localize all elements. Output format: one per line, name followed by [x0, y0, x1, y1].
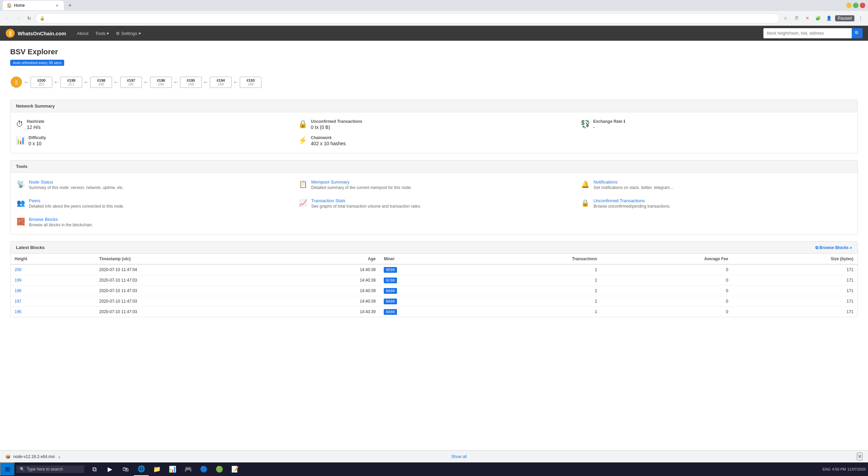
- row3-height-link[interactable]: 197: [15, 299, 21, 304]
- taskbar-task-view[interactable]: ⧉: [87, 462, 102, 476]
- taskbar-date: 11/07/2020: [847, 467, 866, 471]
- unconfirmed-content: Unconfirmed Transactions 0 tx (0 B): [311, 119, 362, 130]
- row3-height: 197: [11, 296, 95, 307]
- notifications-desc: Get notifications on slack, twitter, tel…: [594, 185, 673, 190]
- row0-height-link[interactable]: 200: [15, 267, 21, 272]
- browse-blocks-content: Browse Blocks Browse all blocks in the b…: [29, 217, 93, 227]
- forward-button[interactable]: →: [14, 14, 23, 23]
- address-bar[interactable]: 🔒 127.0.0.1:3002: [35, 13, 779, 23]
- mempool-icon: 📋: [298, 180, 308, 188]
- row3-size: 171: [732, 296, 857, 307]
- node-status-link[interactable]: Node Status: [29, 179, 53, 185]
- block-node-0: #200 2E5 ←: [31, 77, 60, 88]
- taskbar-terminal[interactable]: ▶: [103, 462, 117, 476]
- latest-blocks-header: Latest Blocks ⧉ Browse Blocks »: [11, 242, 857, 254]
- tools-panel: Tools 📡 Node Status Summary of this node…: [10, 160, 858, 234]
- browse-blocks-link[interactable]: Browse Blocks: [29, 217, 58, 222]
- block-box-1[interactable]: #199 2C2: [60, 77, 82, 88]
- unconfirmed-tx-icon: 🔒: [581, 199, 590, 207]
- row2-size: 171: [732, 286, 857, 296]
- row4-avg-fee: 0: [601, 307, 733, 317]
- history-button[interactable]: ⏱: [792, 14, 801, 23]
- col-height: Height: [11, 254, 95, 264]
- tab-close-button[interactable]: ✕: [54, 3, 60, 8]
- row4-timestamp: 2020-07-10 11:47:03: [95, 307, 282, 317]
- start-button[interactable]: ⊞: [0, 462, 15, 476]
- hashrate-content: Hashrate 12 H/s: [27, 119, 44, 130]
- new-tab-button[interactable]: +: [66, 1, 74, 9]
- row4-height-link[interactable]: 196: [15, 309, 21, 314]
- nav-settings[interactable]: ⚙ Settings ▾: [113, 30, 143, 37]
- download-chevron: ▲: [57, 455, 61, 459]
- browse-blocks-desc: Browse all blocks in the blockchain.: [29, 223, 93, 227]
- tx-stats-desc: See graphs of total transaction volume a…: [311, 204, 421, 209]
- extensions-button[interactable]: 🧩: [813, 14, 823, 23]
- chain-arrow-2: ←: [84, 79, 89, 85]
- peers-link[interactable]: Peers: [29, 198, 40, 203]
- tx-stats-link[interactable]: Transaction Stats: [311, 198, 345, 203]
- row2-transactions: 1: [466, 286, 601, 296]
- browse-blocks-header-link[interactable]: ⧉ Browse Blocks »: [815, 245, 852, 250]
- taskbar-chrome[interactable]: 🌐: [134, 462, 149, 476]
- row2-timestamp: 2020-07-10 11:47:03: [95, 286, 282, 296]
- paused-button[interactable]: Paused: [835, 15, 854, 21]
- nav-about[interactable]: About: [74, 30, 91, 37]
- row2-age: 14:40:39: [282, 286, 380, 296]
- nav-tools[interactable]: Tools ▾: [93, 30, 112, 37]
- block-box-7[interactable]: #193 1A0: [240, 77, 261, 88]
- unconfirmed-tx-desc: Browse unconfirmed/pending transactions.: [594, 204, 671, 209]
- row0-miner: 0E00: [380, 264, 466, 275]
- block-hash-0: 2E5: [34, 82, 49, 86]
- close-icon-btn[interactable]: ✕: [802, 14, 812, 23]
- menu-button[interactable]: ⋮: [856, 14, 865, 23]
- block-hash-4: 1A0: [153, 82, 169, 86]
- tool-browse-blocks: 🧱 Browse Blocks Browse all blocks in the…: [11, 213, 293, 231]
- network-summary-title: Network Summary: [16, 103, 55, 109]
- show-all-link[interactable]: Show all: [451, 454, 467, 459]
- profile-button[interactable]: 👤: [824, 14, 834, 23]
- browser-frame: 🏠 Home ✕ + ← → ↻ 🔒 127.0.0.1:3002 ☆ ⏱ ✕ …: [0, 0, 868, 26]
- chainwork-content: Chainwork 402 x 10 hashes: [311, 135, 346, 146]
- search-button[interactable]: 🔍: [852, 28, 863, 38]
- block-box-4[interactable]: #196 1A0: [150, 77, 172, 88]
- taskbar-app5[interactable]: 📊: [165, 462, 180, 476]
- taskbar-app7[interactable]: 🔵: [196, 462, 211, 476]
- row3-age: 14:40:39: [282, 296, 380, 307]
- block-box-6[interactable]: #194 1A0: [210, 77, 232, 88]
- maximize-button[interactable]: [853, 3, 858, 8]
- row2-height-link[interactable]: 198: [15, 288, 21, 293]
- back-button[interactable]: ←: [3, 14, 12, 23]
- bookmarks-button[interactable]: ☆: [781, 14, 790, 23]
- search-input[interactable]: [763, 28, 852, 38]
- block-box-3[interactable]: #197 1AC: [120, 77, 142, 88]
- close-button[interactable]: [860, 3, 865, 8]
- network-summary-body: ⏱ Hashrate 12 H/s 🔒 Unconfirmed Transact…: [11, 112, 857, 153]
- taskbar-store[interactable]: 🛍: [118, 462, 133, 476]
- download-bar-close[interactable]: ✕: [857, 453, 863, 460]
- latest-blocks-panel: Latest Blocks ⧉ Browse Blocks » Height T…: [10, 241, 858, 317]
- taskbar-search[interactable]: 🔍 Type here to search: [16, 465, 84, 473]
- taskbar-app8[interactable]: 🟢: [212, 462, 227, 476]
- block-box-2[interactable]: #198 2AE: [90, 77, 112, 88]
- row1-height-link[interactable]: 199: [15, 278, 21, 283]
- block-box-0[interactable]: #200 2E5: [31, 77, 52, 88]
- browser-tab[interactable]: 🏠 Home ✕: [3, 1, 64, 10]
- taskbar-explorer[interactable]: 📁: [149, 462, 164, 476]
- refresh-button[interactable]: ↻: [24, 14, 34, 23]
- minimize-button[interactable]: [846, 3, 852, 8]
- taskbar-app6[interactable]: 🎮: [181, 462, 196, 476]
- address-input[interactable]: 127.0.0.1:3002: [47, 16, 775, 21]
- row1-miner-badge: 0C00: [384, 278, 397, 283]
- peers-content: Peers Detailed info about the peers conn…: [29, 198, 124, 209]
- hashrate-label: Hashrate: [27, 119, 44, 124]
- search-icon: 🔍: [20, 467, 25, 472]
- notifications-link[interactable]: Notifications: [594, 179, 618, 185]
- taskbar-app9[interactable]: 📝: [228, 462, 242, 476]
- unconfirmed-tx-link[interactable]: Unconfirmed Transactions: [594, 198, 645, 203]
- nav-links: About Tools ▾ ⚙ Settings ▾: [74, 30, 144, 37]
- row4-size: 171: [732, 307, 857, 317]
- mempool-link[interactable]: Mempool Summary: [311, 179, 349, 185]
- block-node-5: #195 1A0 ←: [180, 77, 210, 88]
- block-box-5[interactable]: #195 1A0: [180, 77, 202, 88]
- chain-origin-icon: ₿: [10, 76, 22, 88]
